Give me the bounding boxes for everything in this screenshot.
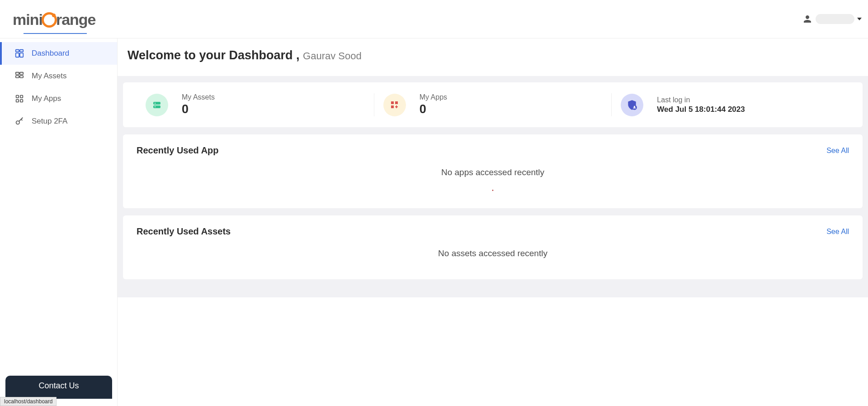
stat-value: Wed Jul 5 18:01:44 2023 bbox=[657, 105, 745, 114]
see-all-apps-link[interactable]: See All bbox=[826, 147, 849, 155]
assets-icon bbox=[14, 71, 24, 81]
stat-label: My Assets bbox=[182, 93, 215, 101]
svg-point-16 bbox=[155, 106, 156, 107]
svg-point-12 bbox=[16, 121, 19, 124]
recently-used-app-panel: Recently Used App See All No apps access… bbox=[123, 134, 863, 208]
stat-label: My Apps bbox=[420, 93, 447, 101]
contact-us-button[interactable]: Contact Us bbox=[5, 376, 112, 399]
page-user-name: Gaurav Sood bbox=[303, 50, 362, 62]
sidebar-item-my-assets[interactable]: My Assets bbox=[0, 65, 117, 87]
svg-rect-18 bbox=[395, 101, 398, 104]
user-icon bbox=[802, 14, 813, 24]
page-title-row: Welcome to your Dashboard , Gaurav Sood bbox=[118, 38, 868, 76]
svg-rect-5 bbox=[20, 72, 23, 75]
layout: Dashboard My Assets My Apps Setup 2FA Co… bbox=[0, 38, 868, 406]
svg-rect-3 bbox=[20, 53, 23, 57]
logo-part2: range bbox=[56, 11, 96, 29]
svg-rect-4 bbox=[16, 72, 19, 75]
apps-icon bbox=[14, 94, 24, 104]
key-icon bbox=[14, 116, 24, 126]
sidebar: Dashboard My Assets My Apps Setup 2FA Co… bbox=[0, 38, 118, 406]
logo[interactable]: mini range bbox=[13, 10, 96, 29]
sidebar-item-my-apps[interactable]: My Apps bbox=[0, 87, 117, 110]
stat-value: 0 bbox=[182, 102, 215, 116]
panel-title: Recently Used App bbox=[137, 145, 219, 156]
see-all-assets-link[interactable]: See All bbox=[826, 228, 849, 236]
logo-part1: mini bbox=[13, 11, 42, 29]
svg-point-21 bbox=[634, 105, 635, 107]
main-content: Welcome to your Dashboard , Gaurav Sood … bbox=[118, 38, 868, 406]
indicator-dot: • bbox=[137, 189, 849, 192]
top-header: mini range bbox=[0, 0, 868, 38]
stat-last-login: Last log in Wed Jul 5 18:01:44 2023 bbox=[611, 93, 849, 116]
status-bar: localhost/dashboard bbox=[0, 397, 57, 406]
svg-rect-13 bbox=[153, 102, 160, 105]
panel-title: Recently Used Assets bbox=[137, 226, 231, 237]
svg-point-15 bbox=[155, 103, 156, 104]
svg-rect-9 bbox=[20, 96, 23, 98]
stat-label: Last log in bbox=[657, 96, 745, 104]
content-wrap: My Assets 0 My Apps 0 bbox=[118, 76, 868, 297]
user-menu[interactable] bbox=[802, 14, 862, 24]
svg-rect-2 bbox=[16, 53, 19, 57]
stat-my-apps: My Apps 0 bbox=[374, 93, 612, 116]
stat-my-assets: My Assets 0 bbox=[137, 93, 374, 116]
logo-underline bbox=[24, 33, 87, 34]
sidebar-item-label: Setup 2FA bbox=[32, 117, 67, 126]
svg-rect-14 bbox=[153, 105, 160, 108]
apps-stat-icon bbox=[383, 94, 406, 116]
sidebar-item-dashboard[interactable]: Dashboard bbox=[0, 42, 117, 65]
stats-card: My Assets 0 My Apps 0 bbox=[123, 82, 863, 127]
sidebar-item-label: My Assets bbox=[32, 72, 66, 81]
logo-o-icon bbox=[42, 12, 57, 28]
svg-rect-6 bbox=[16, 76, 19, 78]
sidebar-item-label: Dashboard bbox=[32, 49, 69, 58]
sidebar-item-label: My Apps bbox=[32, 94, 61, 103]
recently-used-assets-panel: Recently Used Assets See All No assets a… bbox=[123, 215, 863, 279]
svg-rect-1 bbox=[20, 50, 23, 52]
svg-rect-10 bbox=[16, 100, 19, 102]
svg-rect-7 bbox=[20, 76, 23, 78]
caret-down-icon bbox=[857, 18, 862, 20]
stat-value: 0 bbox=[420, 102, 447, 116]
apps-empty-text: No apps accessed recently bbox=[137, 163, 849, 182]
sidebar-item-setup-2fa[interactable]: Setup 2FA bbox=[0, 110, 117, 133]
svg-rect-0 bbox=[16, 50, 19, 52]
page-title: Welcome to your Dashboard , bbox=[127, 48, 303, 62]
user-name-placeholder bbox=[816, 14, 854, 24]
sidebar-nav: Dashboard My Assets My Apps Setup 2FA bbox=[0, 38, 117, 133]
svg-rect-19 bbox=[391, 105, 394, 108]
dashboard-icon bbox=[14, 48, 24, 58]
svg-rect-8 bbox=[16, 96, 19, 98]
assets-empty-text: No assets accessed recently bbox=[137, 244, 849, 263]
shield-stat-icon bbox=[621, 94, 643, 116]
assets-stat-icon bbox=[146, 94, 168, 116]
svg-rect-11 bbox=[20, 100, 23, 102]
contact-us-label: Contact Us bbox=[38, 381, 79, 390]
svg-rect-17 bbox=[391, 101, 394, 104]
